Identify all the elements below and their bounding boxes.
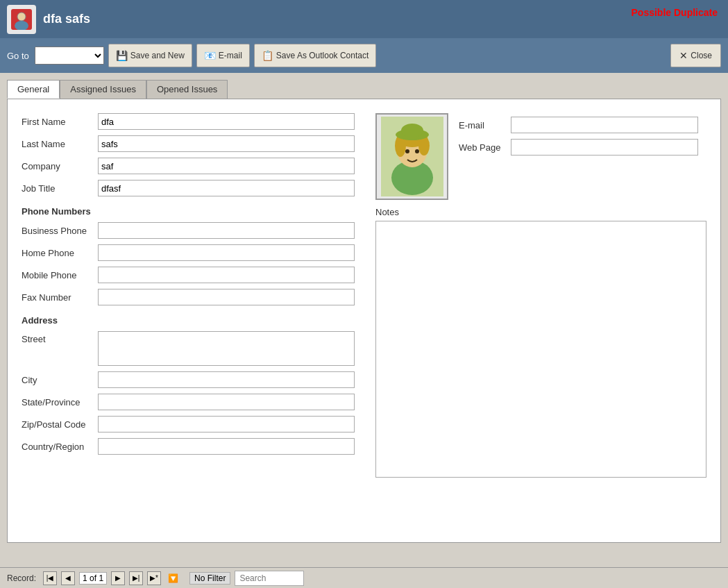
svg-point-11 [405, 149, 409, 153]
record-label: Record: [7, 573, 36, 583]
first-name-label: First Name [22, 117, 98, 127]
avatar-image[interactable] [375, 113, 448, 200]
email-icon: 📧 [204, 50, 216, 61]
business-phone-label: Business Phone [22, 226, 98, 236]
svg-point-12 [415, 149, 419, 153]
fax-number-row: Fax Number [22, 289, 355, 305]
email-row: E-mail [459, 117, 698, 133]
job-title-row: Job Title [22, 180, 355, 196]
state-province-row: State/Province [22, 394, 355, 410]
toolbar: Go to 💾 Save and New 📧 E-mail 📋 Save As … [0, 38, 728, 73]
form-panel: First Name Last Name Company Job Title P… [7, 99, 721, 543]
state-province-input[interactable] [98, 394, 355, 410]
last-name-input[interactable] [98, 135, 355, 152]
city-label: City [22, 375, 98, 385]
tabs: General Assigned Issues Opened Issues [7, 80, 721, 99]
app-icon [7, 5, 36, 34]
last-name-row: Last Name [22, 135, 355, 152]
state-province-label: State/Province [22, 397, 98, 408]
city-row: City [22, 371, 355, 388]
save-as-outlook-button[interactable]: 📋 Save As Outlook Contact [254, 44, 376, 67]
mobile-phone-label: Mobile Phone [22, 270, 98, 280]
web-page-input[interactable] [511, 139, 698, 156]
nav-next-button[interactable]: ▶ [111, 571, 125, 585]
country-row: Country/Region [22, 438, 355, 455]
record-counter: 1 of 1 [79, 572, 107, 585]
address-section-header: Address [22, 315, 355, 326]
home-phone-input[interactable] [98, 244, 355, 261]
business-phone-input[interactable] [98, 222, 355, 239]
outlook-icon: 📋 [262, 50, 273, 61]
main-area: General Assigned Issues Opened Issues Fi… [0, 73, 728, 567]
first-name-row: First Name [22, 113, 355, 130]
business-phone-row: Business Phone [22, 222, 355, 239]
possible-duplicate-label: Possible Duplicate [632, 7, 718, 18]
avatar-and-fields: E-mail Web Page [375, 113, 706, 207]
save-new-icon: 💾 [116, 50, 128, 61]
job-title-label: Job Title [22, 183, 98, 194]
zip-input[interactable] [98, 416, 355, 432]
country-input[interactable] [98, 438, 355, 455]
tab-opened-issues[interactable]: Opened Issues [146, 80, 228, 99]
home-phone-label: Home Phone [22, 248, 98, 258]
form-inner: First Name Last Name Company Job Title P… [22, 113, 706, 480]
company-row: Company [22, 158, 355, 174]
mobile-phone-input[interactable] [98, 267, 355, 283]
street-input[interactable] [98, 331, 355, 366]
svg-point-1 [17, 12, 26, 21]
nav-prev-button[interactable]: ◀ [61, 571, 75, 585]
left-column: First Name Last Name Company Job Title P… [22, 113, 355, 480]
web-page-label: Web Page [459, 142, 511, 153]
fax-number-input[interactable] [98, 289, 355, 305]
nav-first-button[interactable]: |◀ [43, 571, 57, 585]
notes-textarea[interactable] [375, 221, 706, 478]
zip-row: Zip/Postal Code [22, 416, 355, 432]
right-column: E-mail Web Page Notes [375, 113, 706, 480]
job-title-input[interactable] [98, 180, 355, 196]
goto-label: Go to [7, 51, 29, 61]
email-button[interactable]: 📧 E-mail [196, 44, 250, 67]
country-label: Country/Region [22, 442, 98, 452]
avatar-area [375, 113, 448, 200]
tab-assigned-issues[interactable]: Assigned Issues [60, 80, 146, 99]
tab-general[interactable]: General [7, 80, 60, 99]
street-label: Street [22, 331, 98, 344]
fax-number-label: Fax Number [22, 292, 98, 303]
save-and-new-button[interactable]: 💾 Save and New [108, 44, 192, 67]
nav-new-button[interactable]: ▶* [147, 571, 161, 585]
mobile-phone-row: Mobile Phone [22, 267, 355, 283]
company-label: Company [22, 161, 98, 171]
home-phone-row: Home Phone [22, 244, 355, 261]
search-input[interactable] [235, 571, 304, 586]
title-text: dfa safs [43, 12, 90, 26]
goto-select[interactable] [35, 47, 104, 65]
svg-point-10 [401, 124, 423, 137]
last-name-label: Last Name [22, 139, 98, 149]
nav-last-button[interactable]: ▶| [129, 571, 143, 585]
company-input[interactable] [98, 158, 355, 174]
close-icon: ✕ [679, 50, 688, 61]
close-button[interactable]: ✕ Close [670, 44, 721, 67]
web-page-row: Web Page [459, 139, 698, 156]
email-label: E-mail [459, 120, 511, 131]
filter-toggle: 🔽 [168, 573, 178, 583]
no-filter-badge: No Filter [189, 572, 230, 585]
phone-section-header: Phone Numbers [22, 206, 355, 217]
email-web-fields: E-mail Web Page [448, 113, 698, 161]
first-name-input[interactable] [98, 113, 355, 130]
notes-label: Notes [375, 207, 706, 217]
status-bar: Record: |◀ ◀ 1 of 1 ▶ ▶| ▶* 🔽 No Filter [0, 567, 728, 588]
zip-label: Zip/Postal Code [22, 419, 98, 430]
title-bar: dfa safs Possible Duplicate [0, 0, 728, 38]
email-input[interactable] [511, 117, 698, 133]
street-row: Street [22, 331, 355, 366]
city-input[interactable] [98, 371, 355, 388]
